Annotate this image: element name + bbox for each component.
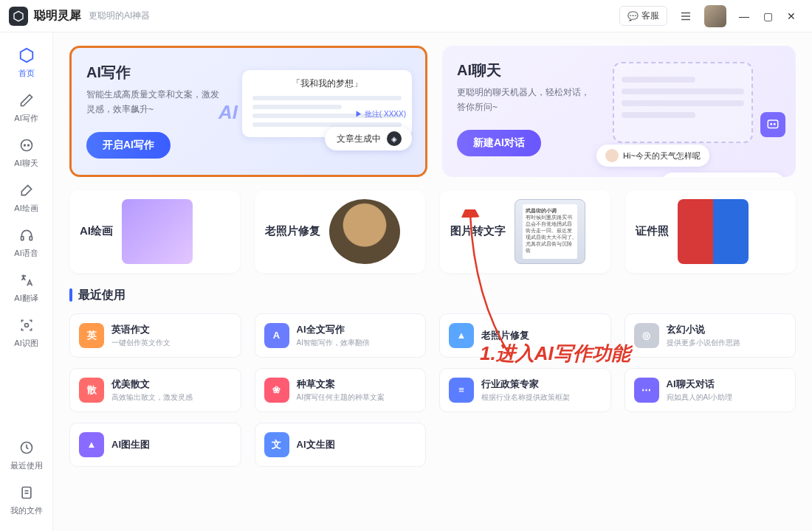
- chat-smile-icon: [760, 112, 785, 137]
- hero-desc: 智能生成高质量文章和文案，激发灵感，效率飙升~: [86, 87, 219, 117]
- recent-item[interactable]: ◎ 玄幻小说 提供更多小说创作思路: [625, 313, 796, 358]
- titlebar: 聪明灵犀 更聪明的AI神器 💬 客服 — ▢ ✕: [0, 0, 812, 32]
- hero-card-chat[interactable]: AI聊天 更聪明的聊天机器人，轻松对话，答你所问~ 新建AI对话 Hi~今天的天…: [442, 46, 796, 177]
- chat-bubble-icon: 💬: [627, 11, 639, 21]
- svg-point-16: [771, 124, 772, 125]
- sidebar-label: AI写作: [14, 113, 38, 124]
- svg-point-7: [27, 145, 29, 146]
- recent-item-icon: ≡: [449, 378, 474, 403]
- preview-doc-title: 「我和我的梦想」: [252, 77, 402, 90]
- sidebar-label: AI聊天: [14, 158, 38, 169]
- feature-card-ocr[interactable]: 图片转文字武昌街的小调有时候到重庆路买书总会不自觉地拐武昌街去走一回。最近发现武…: [440, 190, 610, 273]
- recent-item-desc: 宛如真人的AI小助理: [667, 392, 732, 403]
- sidebar-item-home[interactable]: 首页: [4, 40, 49, 83]
- hero-card-writing[interactable]: AI写作 智能生成高质量文章和文案，激发灵感，效率飙升~ 开启AI写作 AI 「…: [69, 46, 427, 177]
- recent-item-title: AI聊天对话: [667, 378, 732, 391]
- minimize-button[interactable]: —: [735, 7, 753, 25]
- recent-item[interactable]: ❀ 种草文案 AI撰写任何主题的种草文案: [255, 368, 427, 412]
- writing-preview: AI 「我和我的梦想」 ▶ 批注( XXXX) 文章生成中◈: [242, 70, 412, 137]
- recent-item[interactable]: A AI全文写作 AI智能写作，效率翻倍: [255, 313, 427, 358]
- sidebar-item-files[interactable]: 我的文件: [4, 477, 49, 521]
- feature-card-draw[interactable]: AI绘画: [69, 190, 240, 273]
- feature-title: 老照片修复: [265, 224, 320, 238]
- feature-thumb: [678, 199, 749, 264]
- sidebar-item-voice[interactable]: AI语音: [4, 220, 49, 263]
- svg-point-17: [774, 124, 776, 125]
- svg-rect-9: [30, 237, 32, 240]
- feature-title: 证件照: [636, 224, 669, 238]
- headphone-icon: [17, 226, 36, 245]
- section-heading-text: 最近使用: [78, 288, 125, 303]
- pen-icon: [17, 91, 36, 110]
- recent-item-desc: AI撰写任何主题的种草文案: [297, 392, 385, 403]
- recent-item-title: 玄幻小说: [667, 323, 740, 336]
- recent-item-title: AI图生图: [111, 438, 150, 451]
- sidebar-label: 首页: [18, 68, 35, 79]
- logo-dot-icon: ◈: [387, 131, 402, 146]
- recent-item-icon: 英: [79, 323, 104, 348]
- file-icon: [17, 483, 36, 502]
- sidebar-item-draw[interactable]: AI绘画: [4, 175, 49, 218]
- app-name: 聪明灵犀: [34, 8, 81, 24]
- sidebar-item-writing[interactable]: AI写作: [4, 85, 49, 128]
- generating-label: 文章生成中: [337, 133, 381, 145]
- sidebar-item-ocr[interactable]: AI识图: [4, 310, 49, 353]
- maximize-button[interactable]: ▢: [759, 7, 777, 25]
- recent-item-title: AI全文写作: [297, 323, 370, 336]
- recent-item-icon: ▲: [449, 323, 474, 348]
- user-avatar[interactable]: [704, 5, 726, 27]
- sidebar-item-chat[interactable]: AI聊天: [4, 130, 49, 173]
- recent-item-icon: ▲: [79, 432, 104, 457]
- sidebar-label: AI语音: [14, 248, 38, 259]
- recent-item[interactable]: 英 英语作文 一键创作英文作文: [69, 313, 241, 358]
- recent-item[interactable]: ▲ AI图生图: [69, 423, 241, 467]
- scan-icon: [17, 316, 36, 335]
- chat-bubble-ai: 你好呀，今天天气晴朗...◈: [661, 173, 785, 177]
- recent-item-desc: 根据行业名称提供政策框架: [481, 392, 570, 403]
- recent-item-title: 优美散文: [111, 378, 193, 391]
- recent-item-title: 老照片修复: [481, 329, 529, 342]
- translate-icon: [17, 271, 36, 290]
- recent-item-icon: A: [264, 323, 289, 348]
- support-label: 客服: [641, 10, 659, 22]
- main-content: AI写作 智能生成高质量文章和文案，激发灵感，效率飙升~ 开启AI写作 AI 「…: [53, 32, 812, 531]
- bubble-text: Hi~今天的天气怎样呢: [623, 150, 701, 162]
- svg-marker-0: [14, 11, 23, 21]
- ocr-sample-body: 有时候到重庆路买书总会不自觉地拐武昌街去走一回。最近发现武昌街大大不同了,尤其在…: [526, 214, 574, 254]
- feature-thumb: 武昌街的小调有时候到重庆路买书总会不自觉地拐武昌街去走一回。最近发现武昌街大大不…: [515, 199, 585, 264]
- ocr-sample-title: 武昌街的小调: [526, 208, 557, 213]
- feature-card-idphoto[interactable]: 证件照: [625, 190, 796, 273]
- sidebar-label: AI识图: [14, 338, 38, 349]
- clock-icon: [17, 438, 36, 457]
- recent-item-icon: ◎: [634, 323, 659, 348]
- chat-bubble-user: Hi~今天的天气怎样呢: [596, 145, 709, 167]
- feature-row: AI绘画 老照片修复 图片转文字武昌街的小调有时候到重庆路买书总会不自觉地拐武昌…: [69, 190, 796, 273]
- start-writing-button[interactable]: 开启AI写作: [86, 132, 171, 159]
- feature-thumb: [122, 199, 193, 264]
- sidebar-item-translate[interactable]: AI翻译: [4, 265, 49, 308]
- recent-item-icon: ⋯: [634, 378, 659, 403]
- new-chat-button[interactable]: 新建AI对话: [457, 130, 541, 156]
- recent-item[interactable]: ≡ 行业政策专家 根据行业名称提供政策框架: [439, 368, 611, 412]
- close-button[interactable]: ✕: [782, 7, 800, 25]
- recent-item[interactable]: ⋯ AI聊天对话 宛如真人的AI小助理: [625, 368, 796, 412]
- support-button[interactable]: 💬 客服: [619, 6, 667, 26]
- sidebar-label: 最近使用: [10, 460, 43, 471]
- recent-item-icon: ❀: [264, 378, 289, 403]
- svg-point-6: [24, 145, 25, 146]
- app-slogan: 更聪明的AI神器: [89, 10, 150, 22]
- recent-item[interactable]: 散 优美散文 高效输出散文，激发灵感: [69, 368, 241, 412]
- feature-card-restore[interactable]: 老照片修复: [255, 190, 425, 273]
- app-logo-icon: [9, 7, 28, 26]
- recent-item[interactable]: 文 AI文生图: [255, 423, 427, 467]
- menu-icon[interactable]: [676, 7, 695, 26]
- svg-rect-15: [768, 120, 778, 128]
- recent-item[interactable]: ▲ 老照片修复: [439, 313, 611, 358]
- svg-point-5: [21, 140, 32, 151]
- sidebar: 首页 AI写作 AI聊天 AI绘画 AI语音 AI翻译 AI识图 最近使用 我的…: [0, 32, 53, 531]
- hero-desc: 更聪明的聊天机器人，轻松对话，答你所问~: [457, 85, 590, 115]
- recent-item-desc: AI智能写作，效率翻倍: [297, 338, 370, 348]
- recent-item-icon: 文: [264, 432, 289, 457]
- sidebar-item-recent[interactable]: 最近使用: [4, 432, 49, 476]
- generating-pill: 文章生成中◈: [325, 127, 412, 150]
